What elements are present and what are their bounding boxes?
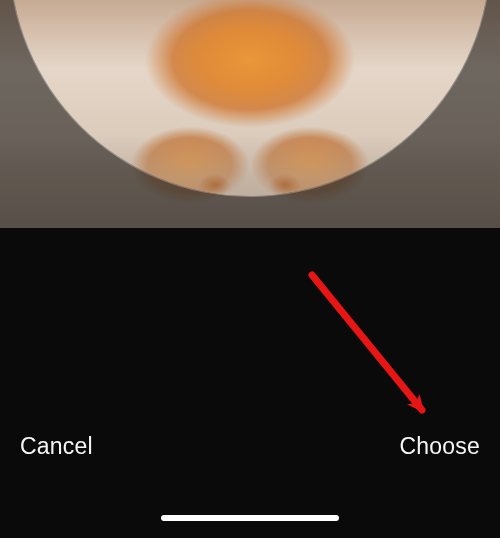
cancel-button[interactable]: Cancel (18, 427, 95, 466)
bottom-controls-area: Cancel Choose (0, 228, 500, 538)
photo-crop-preview[interactable] (0, 0, 500, 228)
home-indicator[interactable] (161, 515, 339, 521)
choose-button[interactable]: Choose (398, 427, 482, 466)
action-button-row: Cancel Choose (0, 427, 500, 466)
